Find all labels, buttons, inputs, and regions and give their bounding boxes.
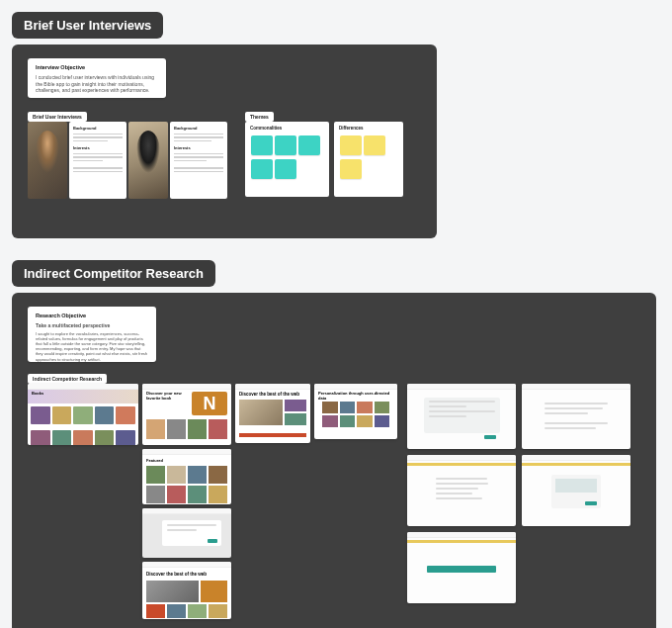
sticky-note[interactable] <box>251 135 273 155</box>
form-button <box>585 501 597 505</box>
sticky-note[interactable] <box>275 135 296 155</box>
tab-competitor-research[interactable]: Indirect Competitor Research <box>28 374 107 384</box>
board-research[interactable]: Research Objective Take a multifaceted p… <box>12 293 656 628</box>
section-title-interviews: Brief User Interviews <box>12 12 163 39</box>
section-title-research: Indirect Competitor Research <box>12 260 215 287</box>
card-heading: Background <box>73 126 123 132</box>
board-label: Commonalities <box>250 126 282 131</box>
tab-brief-interviews[interactable]: Brief User Interviews <box>28 112 87 122</box>
note-body: I sought to explore the vocabularies, ex… <box>36 331 148 362</box>
competitor-screenshot[interactable]: Discover the best of the web <box>142 562 231 619</box>
competitor-screenshot[interactable]: Featured <box>142 449 231 504</box>
card-heading: Background <box>174 126 223 132</box>
note-title: Interview Objective <box>36 64 158 71</box>
form-button <box>484 435 496 439</box>
interview-photo-1[interactable] <box>28 122 67 199</box>
shot-title: Discover the best of the web <box>142 568 231 581</box>
interview-card[interactable]: Background Interests <box>69 122 126 199</box>
board-interviews[interactable]: Interview Objective I conducted brief us… <box>12 45 437 238</box>
note-body: I conducted brief user interviews with i… <box>36 74 158 94</box>
sticky-note[interactable] <box>298 135 320 155</box>
progress-bar <box>427 566 496 573</box>
competitor-screenshot[interactable] <box>142 508 231 558</box>
objective-note-research[interactable]: Research Objective Take a multifaceted p… <box>28 307 156 362</box>
interview-card[interactable]: Background Interests <box>170 122 227 199</box>
competitor-screenshot[interactable] <box>522 455 630 526</box>
note-title: Research Objective <box>36 313 148 319</box>
logo-block: N <box>192 392 227 415</box>
shot-title: Featured <box>142 455 231 466</box>
competitor-screenshot[interactable]: Discover the best of the web <box>235 384 310 443</box>
interview-photo-2[interactable] <box>128 122 168 199</box>
competitor-screenshot[interactable] <box>407 384 516 449</box>
shot-title: Books <box>32 391 43 396</box>
competitor-screenshot[interactable]: Personalization through user-directed da… <box>314 384 397 439</box>
sticky-note[interactable] <box>275 159 296 179</box>
competitor-screenshot[interactable]: Books <box>28 384 138 445</box>
objective-note-interviews[interactable]: Interview Objective I conducted brief us… <box>28 58 166 98</box>
shot-title: Personalization through user-directed da… <box>318 391 397 401</box>
sticky-note[interactable] <box>364 135 385 155</box>
note-subtitle: Take a multifaceted perspective <box>36 322 148 329</box>
board-label: Differences <box>339 126 364 131</box>
card-sub: Interests <box>174 145 223 151</box>
competitor-screenshot[interactable] <box>407 532 516 603</box>
competitor-screenshot[interactable]: Discover your new favorite book N <box>142 384 231 445</box>
shot-title: Discover the best of the web <box>239 392 299 397</box>
form-button <box>208 539 217 543</box>
shot-title: Discover your new favorite book <box>146 392 192 402</box>
differences-board[interactable]: Differences <box>334 122 403 197</box>
competitor-screenshot[interactable] <box>522 384 630 449</box>
sticky-note[interactable] <box>340 135 362 155</box>
card-sub: Interests <box>73 145 123 151</box>
sticky-note[interactable] <box>340 159 362 179</box>
sticky-note[interactable] <box>251 159 273 179</box>
commonalities-board[interactable]: Commonalities <box>245 122 329 197</box>
tab-themes[interactable]: Themes <box>245 112 274 122</box>
competitor-screenshot[interactable] <box>407 455 516 526</box>
